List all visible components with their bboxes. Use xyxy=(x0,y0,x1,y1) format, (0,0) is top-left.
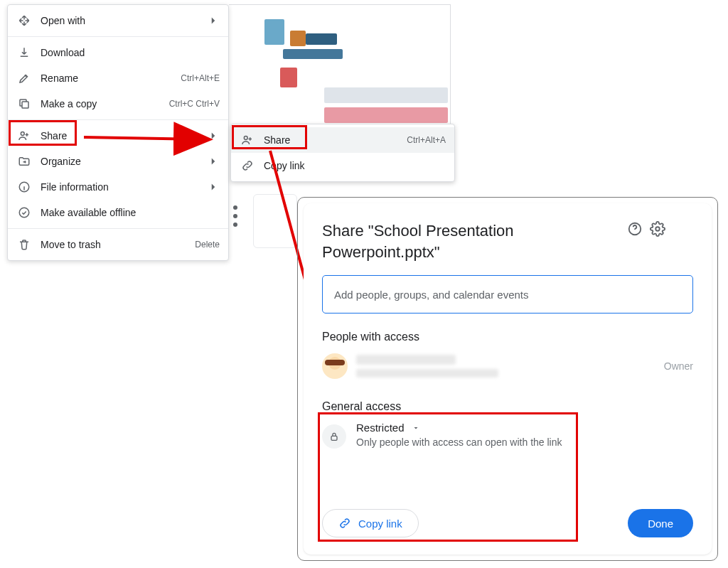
share-dialog-container: Share "School Presentation Powerpoint.pp… xyxy=(297,197,718,561)
menu-label: Organize xyxy=(41,156,201,167)
person-add-icon xyxy=(241,134,254,146)
access-person-row: xxxxxxx xxxxxxx Owner xyxy=(322,353,693,379)
menu-label: Copy link xyxy=(264,160,446,171)
lock-icon xyxy=(328,431,340,442)
menu-available-offline[interactable]: Make available offline xyxy=(8,200,228,225)
menu-file-info[interactable]: File information xyxy=(8,174,228,200)
svg-point-4 xyxy=(244,136,247,140)
people-with-access-heading: People with access xyxy=(322,331,693,343)
shortcut: Ctrl+Alt+A xyxy=(407,135,446,145)
access-scope-description: Only people with access can open with th… xyxy=(356,436,562,448)
general-access-heading: General access xyxy=(322,400,693,413)
chevron-right-icon xyxy=(207,181,220,193)
button-label: Copy link xyxy=(358,518,402,530)
menu-label: Open with xyxy=(41,15,201,26)
separator xyxy=(8,228,228,229)
person-add-icon xyxy=(18,129,31,142)
info-icon xyxy=(18,181,31,193)
menu-rename[interactable]: Rename Ctrl+Alt+E xyxy=(8,65,228,91)
menu-share[interactable]: Share xyxy=(8,123,228,149)
menu-label: Move to trash xyxy=(41,239,189,250)
shortcut: Ctrl+C Ctrl+V xyxy=(169,99,220,109)
help-button[interactable] xyxy=(626,220,643,237)
access-scope-icon-wrap xyxy=(322,424,346,449)
settings-button[interactable] xyxy=(649,220,666,237)
menu-download[interactable]: Download xyxy=(8,40,228,65)
redacted-email: xxxxxxx xyxy=(356,369,498,377)
trash-icon xyxy=(18,238,31,251)
menu-label: Share xyxy=(41,130,201,141)
add-people-input[interactable]: Add people, groups, and calendar events xyxy=(322,275,693,314)
chevron-right-icon xyxy=(207,129,220,142)
background-thumbnail xyxy=(229,4,451,125)
help-icon xyxy=(627,221,643,237)
copy-link-button[interactable]: Copy link xyxy=(322,509,419,537)
context-menu: Open with Download Rename Ctrl+Alt+E Mak… xyxy=(7,4,229,261)
chevron-right-icon xyxy=(207,155,220,168)
submenu-copy-link[interactable]: Copy link xyxy=(231,153,454,178)
menu-label: Make a copy xyxy=(41,98,164,109)
chevron-right-icon xyxy=(207,14,220,27)
separator xyxy=(8,36,228,37)
done-button[interactable]: Done xyxy=(628,509,693,537)
menu-label: Share xyxy=(264,134,407,146)
submenu-share[interactable]: Share Ctrl+Alt+A xyxy=(231,127,454,153)
button-label: Done xyxy=(648,518,673,530)
download-icon xyxy=(18,46,31,59)
menu-label: Rename xyxy=(41,73,175,84)
folder-move-icon xyxy=(18,155,31,168)
svg-point-3 xyxy=(19,208,29,218)
role-label: Owner xyxy=(664,360,693,372)
share-dialog: Share "School Presentation Powerpoint.pp… xyxy=(304,203,712,554)
redacted-name: xxxxxxx xyxy=(356,355,456,365)
svg-point-1 xyxy=(21,132,24,136)
dropdown-icon xyxy=(412,424,420,432)
menu-make-copy[interactable]: Make a copy Ctrl+C Ctrl+V xyxy=(8,91,228,117)
access-scope-label: Restricted xyxy=(356,422,405,434)
menu-open-with[interactable]: Open with xyxy=(8,8,228,33)
input-placeholder: Add people, groups, and calendar events xyxy=(334,289,529,301)
menu-organize[interactable]: Organize xyxy=(8,149,228,174)
avatar xyxy=(322,353,348,379)
share-submenu: Share Ctrl+Alt+A Copy link xyxy=(230,124,455,182)
shortcut: Ctrl+Alt+E xyxy=(181,73,220,83)
svg-rect-9 xyxy=(331,436,337,441)
open-with-icon xyxy=(18,14,31,27)
menu-move-to-trash[interactable]: Move to trash Delete xyxy=(8,232,228,257)
menu-label: File information xyxy=(41,181,201,193)
rename-icon xyxy=(18,72,31,85)
link-icon xyxy=(241,159,254,172)
dialog-title: Share "School Presentation Powerpoint.pp… xyxy=(322,220,621,262)
svg-point-8 xyxy=(655,227,660,231)
access-scope-dropdown[interactable]: Restricted xyxy=(356,422,562,434)
copy-icon xyxy=(18,97,31,110)
menu-label: Make available offline xyxy=(41,207,220,218)
gear-icon xyxy=(650,221,665,237)
svg-rect-0 xyxy=(22,102,28,108)
shortcut: Delete xyxy=(195,240,220,250)
offline-icon xyxy=(18,206,31,219)
menu-label: Download xyxy=(41,47,220,58)
separator xyxy=(8,119,228,120)
link-icon xyxy=(338,517,351,530)
